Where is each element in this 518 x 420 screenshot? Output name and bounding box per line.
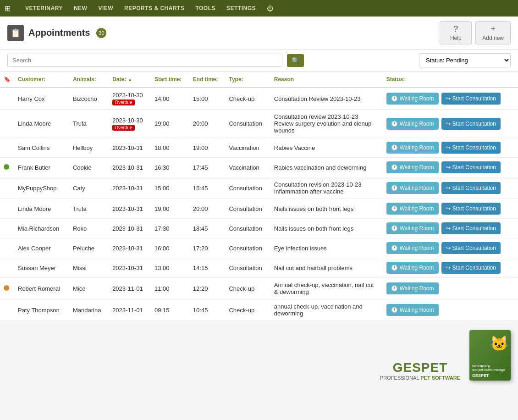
start-consultation-button[interactable]: ↪ Start Consultation	[441, 262, 501, 274]
start-consultation-button[interactable]: ↪ Start Consultation	[441, 161, 501, 173]
row-animal: Mandarina	[69, 299, 109, 321]
waiting-room-button[interactable]: 🕐 Waiting Room	[386, 142, 439, 154]
row-start-time: 16:30	[151, 158, 189, 177]
row-end-time: 20:00	[189, 199, 226, 219]
add-new-label: Add new	[482, 35, 504, 41]
start-consultation-label: Start Consultation	[452, 245, 496, 251]
start-consultation-label: Start Consultation	[452, 225, 496, 232]
waiting-room-button[interactable]: 🕐 Waiting Room	[386, 242, 439, 254]
appointments-table: 🔖 Customer: Animals: Date: ▲ Start time:…	[0, 72, 518, 321]
row-type: Check-up	[225, 278, 270, 299]
col-end-time[interactable]: End time:	[189, 72, 226, 88]
row-animal: Roko	[69, 219, 109, 238]
waiting-room-button[interactable]: 🕐 Waiting Room	[386, 262, 439, 274]
row-actions: 🕐 Waiting Room ↪ Start Consultation	[383, 110, 518, 138]
nav-settings[interactable]: SETTINGS	[226, 5, 256, 11]
waiting-room-button[interactable]: 🕐 Waiting Room	[386, 118, 439, 130]
nav-view[interactable]: VIEW	[98, 5, 113, 11]
date-value: 2023-10-31	[112, 205, 147, 212]
row-date: 2023-11-01	[109, 299, 151, 321]
appointments-badge: 30	[96, 28, 106, 38]
row-start-time: 18:00	[151, 138, 189, 158]
start-consultation-button[interactable]: ↪ Start Consultation	[441, 242, 501, 254]
col-date[interactable]: Date: ▲	[109, 72, 151, 88]
start-consultation-button[interactable]: ↪ Start Consultation	[441, 222, 501, 234]
row-start-time: 19:00	[151, 110, 189, 138]
appointments-icon: 📋	[7, 25, 24, 41]
row-actions: 🕐 Waiting Room	[383, 278, 518, 299]
login-icon: ↪	[446, 121, 451, 127]
start-consultation-button[interactable]: ↪ Start Consultation	[441, 203, 501, 215]
row-status-dot	[0, 199, 14, 219]
row-customer: Mia Richardson	[14, 219, 69, 238]
row-reason: Consultation revision 2023-10-23 Inflamm…	[270, 177, 383, 199]
start-consultation-button[interactable]: ↪ Start Consultation	[441, 118, 501, 130]
row-type: Vaccination	[225, 138, 270, 158]
row-customer: Sussan Meyer	[14, 258, 69, 278]
brand-name: GESPET	[380, 360, 460, 375]
row-start-time: 14:00	[151, 88, 189, 110]
row-reason: Nails issues on both front legs	[270, 199, 383, 219]
date-value: 2023-10-31	[112, 225, 147, 232]
start-consultation-button[interactable]: ↪ Start Consultation	[441, 182, 501, 194]
row-end-time: 17:20	[189, 238, 226, 258]
nav-reports[interactable]: REPORTS & CHARTS	[124, 5, 184, 11]
table-row: Frank ButlerCookie2023-10-3116:3017:45Va…	[0, 158, 518, 177]
row-date: 2023-10-30Overdue	[109, 110, 151, 138]
start-consultation-button[interactable]: ↪ Start Consultation	[441, 93, 501, 105]
nav-new[interactable]: NEW	[74, 5, 88, 11]
waiting-room-button[interactable]: 🕐 Waiting Room	[386, 182, 439, 194]
status-filter[interactable]: Status: Pending Status: All Status: Conf…	[419, 53, 511, 67]
row-status-dot	[0, 238, 14, 258]
waiting-room-button[interactable]: 🕐 Waiting Room	[386, 222, 439, 234]
col-reason[interactable]: Reason	[270, 72, 383, 88]
waiting-room-button[interactable]: 🕐 Waiting Room	[386, 93, 439, 105]
waiting-room-label: Waiting Room	[400, 164, 434, 171]
col-animals[interactable]: Animals:	[69, 72, 109, 88]
col-customer[interactable]: Customer:	[14, 72, 69, 88]
row-actions: 🕐 Waiting Room	[383, 299, 518, 321]
nav-tools[interactable]: TOOLS	[195, 5, 215, 11]
col-bookmark: 🔖	[0, 72, 14, 88]
row-animal: Trufa	[69, 110, 109, 138]
row-customer: Paty Thompson	[14, 299, 69, 321]
row-end-time: 17:45	[189, 158, 226, 177]
row-status-dot	[0, 158, 14, 177]
table-row: Paty ThompsonMandarina2023-11-0109:1510:…	[0, 299, 518, 321]
help-button[interactable]: ? Help	[440, 21, 472, 44]
row-date: 2023-11-01	[109, 278, 151, 299]
login-icon: ↪	[446, 95, 451, 102]
grid-icon[interactable]: ⊞	[5, 4, 11, 13]
row-actions: 🕐 Waiting Room ↪ Start Consultation	[383, 177, 518, 199]
col-type[interactable]: Type:	[225, 72, 270, 88]
row-end-time: 15:45	[189, 177, 226, 199]
row-start-time: 19:00	[151, 199, 189, 219]
col-status[interactable]: Status:	[383, 72, 518, 88]
row-end-time: 15:00	[189, 88, 226, 110]
row-end-time: 12:20	[189, 278, 226, 299]
waiting-room-button[interactable]: 🕐 Waiting Room	[386, 161, 439, 173]
row-customer: Frank Butler	[14, 158, 69, 177]
help-label: Help	[450, 35, 462, 41]
waiting-room-button[interactable]: 🕐 Waiting Room	[386, 304, 439, 316]
waiting-room-button[interactable]: 🕐 Waiting Room	[386, 203, 439, 215]
row-date: 2023-10-31	[109, 219, 151, 238]
row-customer: Sam Collins	[14, 138, 69, 158]
power-icon[interactable]: ⏻	[267, 5, 273, 12]
add-new-button[interactable]: + Add new	[475, 21, 511, 44]
table-row: Mia RichardsonRoko2023-10-3117:3018:45Co…	[0, 219, 518, 238]
start-consultation-label: Start Consultation	[452, 144, 496, 151]
row-animal: Mice	[69, 278, 109, 299]
search-button[interactable]: 🔍	[287, 54, 304, 67]
search-input[interactable]	[7, 54, 282, 67]
login-icon: ↪	[446, 265, 451, 271]
start-consultation-button[interactable]: ↪ Start Consultation	[441, 142, 501, 154]
col-start-time[interactable]: Start time:	[151, 72, 189, 88]
waiting-room-button[interactable]: 🕐 Waiting Room	[386, 282, 439, 294]
help-icon: ?	[453, 24, 458, 34]
row-type: Check-up	[225, 299, 270, 321]
nav-veterinary[interactable]: VETERINARY	[25, 5, 63, 11]
row-actions: 🕐 Waiting Room ↪ Start Consultation	[383, 158, 518, 177]
date-value: 2023-10-31	[112, 144, 147, 151]
page-header: 📋 Appointments 30 ? Help + Add new	[0, 17, 518, 50]
